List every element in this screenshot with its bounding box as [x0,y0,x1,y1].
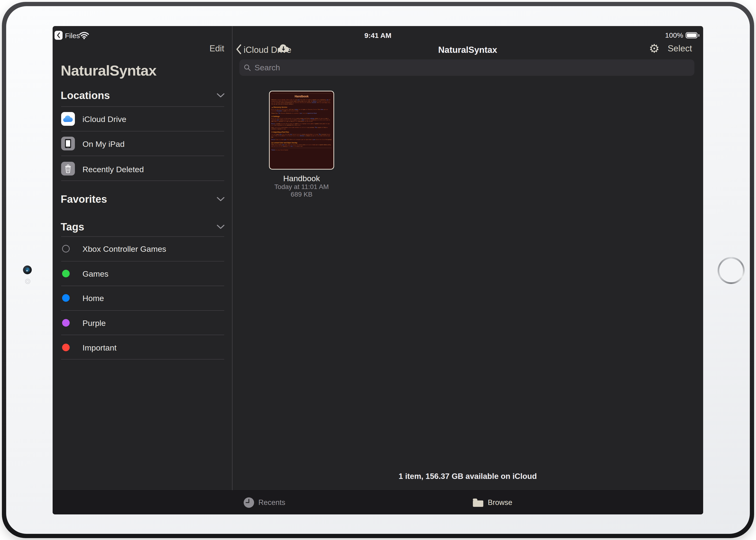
storage-status: 1 item, 156.37 GB available on iCloud [232,472,703,481]
divider [61,310,224,311]
sidebar-app-title: NaturalSyntax [61,62,156,79]
select-button[interactable]: Select [667,44,692,54]
file-thumbnail-handbook[interactable]: HandbookWelcome to Natural Syntax, withi… [269,91,334,170]
ambient-light-sensor [25,279,30,284]
sidebar-item-tag-xbox-controller-games[interactable]: Xbox Controller Games [83,244,166,254]
edit-button[interactable]: Edit [53,44,224,54]
sidebar-item-recently-deleted[interactable]: Recently Deleted [83,165,144,174]
ipad-icon [61,137,75,150]
page-title: NaturalSyntax [232,45,703,55]
favorites-label: Favorites [61,193,107,205]
document-preview: HandbookWelcome to Natural Syntax, withi… [270,91,333,153]
screen: Files 9:41 AM 100% Edit NaturalSyntax Lo… [53,26,703,514]
sidebar-item-on-my-ipad[interactable]: On My iPad [83,140,125,149]
search-input[interactable]: Search [239,60,694,76]
chevron-down-icon [217,197,225,202]
tab-browse[interactable]: Browse [472,490,512,514]
icloud-drive-icon [61,112,75,126]
battery-icon [685,32,697,38]
chevron-down-icon [217,224,225,229]
sidebar-item-tag-important[interactable]: Important [83,343,116,352]
sidebar-item-icloud-drive[interactable]: iCloud Drive [83,115,126,124]
camera-lens [25,267,30,272]
sidebar-item-tag-games[interactable]: Games [83,269,108,279]
search-placeholder: Search [255,63,280,72]
tag-circle-icon [62,344,70,351]
chevron-down-icon [217,93,225,98]
battery-indicator: 100% [665,31,699,39]
folder-icon [472,498,484,507]
sidebar-main-divider [232,26,233,490]
trash-icon [61,162,75,176]
status-time: 9:41 AM [53,32,703,40]
tab-browse-label: Browse [488,498,512,507]
tab-bar: Recents Browse [53,490,703,514]
tag-circle-icon [62,270,70,277]
divider [61,261,224,261]
file-modified-date: Today at 11:01 AM [248,183,355,191]
camera-glint [26,270,28,271]
divider [61,131,224,131]
tags-label: Tags [61,221,84,233]
tag-circle-icon [62,294,70,302]
tab-recents-label: Recents [258,498,285,507]
gear-icon[interactable]: ⚙ [649,43,660,55]
divider [61,359,224,359]
section-header-locations[interactable]: Locations [61,89,225,101]
front-camera [23,265,32,274]
sidebar-item-tag-home[interactable]: Home [83,294,104,303]
divider [61,286,224,286]
tab-recents[interactable]: Recents [243,490,285,514]
file-size: 689 KB [248,191,355,198]
file-name[interactable]: Handbook [269,174,334,183]
divider [61,181,224,181]
tag-circle-icon [62,245,70,252]
sidebar-item-tag-purple[interactable]: Purple [83,319,106,328]
divider [61,156,224,156]
home-button[interactable] [718,257,745,284]
divider [61,335,224,335]
section-header-favorites[interactable]: Favorites [61,193,225,205]
divider [61,106,224,107]
search-icon [244,64,251,71]
tag-circle-icon [62,319,70,327]
clock-icon [243,497,255,508]
section-header-tags[interactable]: Tags [61,221,225,233]
divider [61,236,224,237]
battery-percentage: 100% [665,31,683,39]
locations-label: Locations [61,89,110,101]
